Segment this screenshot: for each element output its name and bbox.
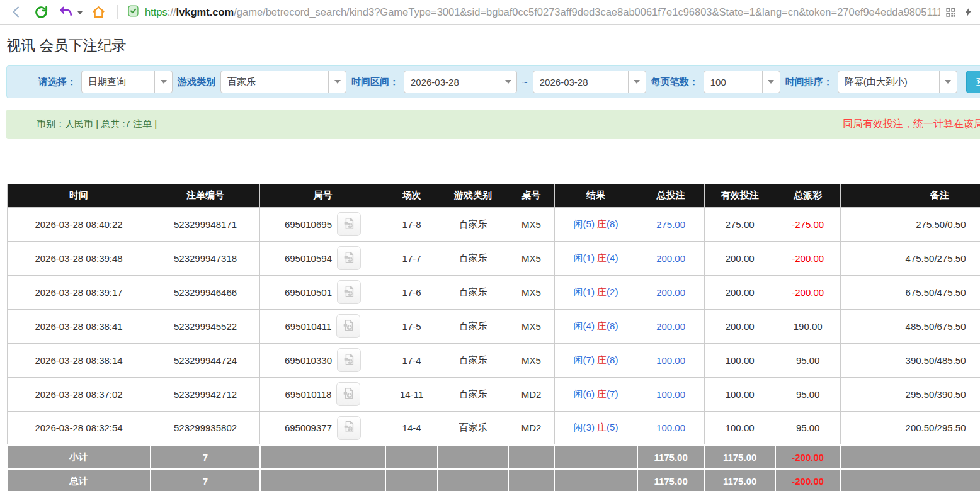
session-cell: 17-6 xyxy=(385,275,438,309)
col-header-3: 场次 xyxy=(385,184,438,207)
table-body: 2026-03-28 08:40:22523299948171695010695… xyxy=(7,207,980,445)
result-player: 闲(5) xyxy=(574,218,598,229)
col-header-1: 注单编号 xyxy=(151,184,260,207)
grandtotal-row: 总计71175.001175.00-200.00 xyxy=(7,469,980,491)
note-cell: 200.50/295.50 xyxy=(840,411,980,445)
chevron-down-icon[interactable] xyxy=(762,71,780,93)
filter-panel: 请选择： 日期查询 游戏类别 百家乐 时间区间： 2026-03-28 ~ 20… xyxy=(6,65,980,98)
col-header-5: 桌号 xyxy=(508,184,554,207)
valid-bet-cell: 100.00 xyxy=(704,343,775,377)
url-text[interactable]: https://lvkgmt.com/game/betrecord_search… xyxy=(145,6,940,18)
footer-valid-bet-cell: 1175.00 xyxy=(704,469,775,491)
footer-empty-cell xyxy=(438,445,508,469)
footer-empty-cell xyxy=(260,469,385,491)
chevron-down-icon[interactable] xyxy=(628,71,646,93)
url-separator: :// xyxy=(168,6,176,18)
game-type-cell: 百家乐 xyxy=(438,275,508,309)
time-cell: 2026-03-28 08:39:17 xyxy=(7,275,151,309)
col-header-4: 游戏类别 xyxy=(438,184,508,207)
col-header-6: 结果 xyxy=(554,184,637,207)
footer-payout-cell: -200.00 xyxy=(775,469,841,491)
browser-toolbar: https://lvkgmt.com/game/betrecord_search… xyxy=(0,0,980,25)
payout-cell: -200.00 xyxy=(775,241,841,275)
video-replay-button[interactable] xyxy=(336,314,360,338)
round-number: 695010594 xyxy=(285,253,332,264)
reload-icon[interactable] xyxy=(34,5,48,20)
bet-no-cell: 523299944724 xyxy=(151,343,260,377)
back-icon[interactable] xyxy=(9,5,24,19)
chevron-down-icon[interactable] xyxy=(154,71,172,93)
round-number: 695010695 xyxy=(285,219,332,230)
footer-empty-cell xyxy=(508,469,554,491)
url-host: lvkgmt.com xyxy=(176,6,234,18)
game-type-value: 百家乐 xyxy=(221,76,328,88)
video-replay-button[interactable] xyxy=(337,416,361,440)
home-icon[interactable] xyxy=(91,5,106,20)
lightning-icon[interactable] xyxy=(963,6,974,18)
video-replay-button[interactable] xyxy=(337,212,361,236)
game-type-label: 游戏类别 xyxy=(178,76,215,88)
date-to-select[interactable]: 2026-03-28 xyxy=(533,71,646,93)
game-type-cell: 百家乐 xyxy=(438,377,508,411)
page-size-select[interactable]: 100 xyxy=(704,71,780,93)
game-type-cell: 百家乐 xyxy=(438,207,508,241)
select-type-label: 请选择： xyxy=(38,76,76,88)
query-type-select[interactable]: 日期查询 xyxy=(81,71,173,93)
col-header-2: 局号 xyxy=(260,184,385,207)
note-cell: 275.50/0.50 xyxy=(840,207,980,241)
search-button[interactable]: 查询 xyxy=(966,71,980,93)
valid-bet-cell: 200.00 xyxy=(704,275,775,309)
video-replay-button[interactable] xyxy=(337,246,361,270)
total-bet-cell: 200.00 xyxy=(637,275,705,309)
chevron-down-icon[interactable] xyxy=(328,71,346,93)
chevron-down-icon[interactable] xyxy=(939,71,957,93)
col-header-0: 时间 xyxy=(7,184,151,207)
table-header-row: 时间注单编号局号场次游戏类别桌号结果总投注有效投注总派彩备注 xyxy=(7,184,980,207)
bet-no-cell: 523299947318 xyxy=(151,241,260,275)
time-cell: 2026-03-28 08:38:41 xyxy=(7,309,151,343)
valid-bet-cell: 200.00 xyxy=(704,309,775,343)
round-cell: 695010501 xyxy=(260,275,385,309)
round-number: 695010118 xyxy=(285,389,331,400)
date-from-value: 2026-03-28 xyxy=(404,77,499,87)
video-replay-button[interactable] xyxy=(336,382,360,406)
footer-label-cell: 小计 xyxy=(7,445,151,469)
undo-dropdown-caret[interactable] xyxy=(77,11,83,14)
qr-code-icon[interactable] xyxy=(945,6,957,18)
time-sort-select[interactable]: 降幂(由大到小) xyxy=(838,71,957,93)
chevron-down-icon[interactable] xyxy=(499,71,516,93)
footer-empty-cell xyxy=(260,445,385,469)
bet-no-cell: 523299942712 xyxy=(151,377,260,411)
toolbar-separator xyxy=(117,5,118,19)
url-path: /game/betrecord_search/kind3?GameType=30… xyxy=(234,6,940,18)
security-shield-icon[interactable] xyxy=(127,4,140,20)
address-bar[interactable]: https://lvkgmt.com/game/betrecord_search… xyxy=(127,4,940,20)
video-replay-button[interactable] xyxy=(337,348,361,372)
table-row: 2026-03-28 08:38:41523299945522695010411… xyxy=(7,309,980,343)
game-type-select[interactable]: 百家乐 xyxy=(220,71,346,93)
undo-icon[interactable] xyxy=(59,5,73,20)
date-from-select[interactable]: 2026-03-28 xyxy=(404,71,517,93)
payout-cell: -200.00 xyxy=(775,275,841,309)
total-bet-cell: 200.00 xyxy=(637,241,705,275)
bet-no-cell: 523299935802 xyxy=(151,411,260,445)
video-file-icon xyxy=(342,353,356,368)
round-cell-inner: 695010118 xyxy=(260,382,385,406)
table-row: 2026-03-28 08:38:14523299944724695010330… xyxy=(7,343,980,377)
result-player: 闲(1) xyxy=(574,252,598,263)
result-player: 闲(4) xyxy=(574,320,598,331)
table-no-cell: MX5 xyxy=(508,207,554,241)
time-sort-label: 时间排序： xyxy=(785,76,833,88)
result-banker: 庄 xyxy=(597,320,607,331)
session-cell: 17-8 xyxy=(385,207,438,241)
video-file-icon xyxy=(342,217,356,232)
round-cell: 695009377 xyxy=(260,411,385,445)
time-cell: 2026-03-28 08:40:22 xyxy=(7,207,151,241)
result-banker: 庄 xyxy=(597,354,607,365)
result-cell: 闲(1) 庄(2) xyxy=(554,275,637,309)
result-banker: 庄 xyxy=(597,286,607,297)
summary-currency-total: 币别：人民币 | 总共 :7 注单 | xyxy=(37,118,157,130)
game-type-cell: 百家乐 xyxy=(438,343,508,377)
session-cell: 17-4 xyxy=(385,343,438,377)
video-replay-button[interactable] xyxy=(337,280,361,304)
